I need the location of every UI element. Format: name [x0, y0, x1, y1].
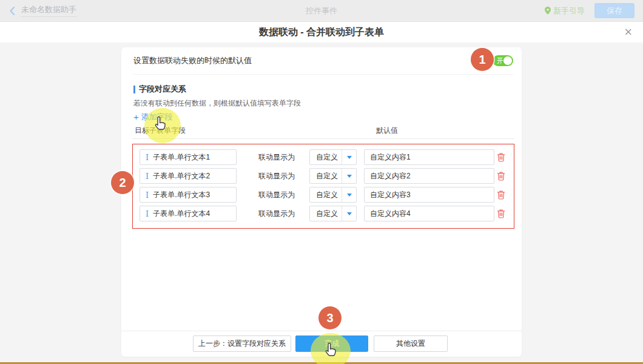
hand-cursor-icon	[323, 342, 338, 359]
dialog-header: 数据联动 - 合并联动到子表单 ×	[0, 22, 643, 42]
text-field-icon: I	[146, 190, 149, 200]
chevron-down-icon[interactable]	[342, 187, 356, 202]
app-window: 未命名数据助手 控件事件 新手引导 保存 数据联动 - 合并联动到子表单 × 设…	[0, 0, 643, 364]
mode-select[interactable]: 自定义	[309, 206, 357, 221]
mode-select[interactable]: 自定义	[309, 168, 357, 184]
step-badge-1: 1	[471, 48, 494, 71]
target-field-input[interactable]: I 子表单.单行文本2	[140, 168, 237, 184]
chevron-down-icon[interactable]	[342, 150, 356, 164]
plus-icon: +	[133, 113, 139, 121]
target-field-value: 子表单.单行文本4	[153, 209, 210, 219]
default-value-input[interactable]	[364, 149, 494, 165]
text-field-icon: I	[146, 172, 149, 181]
default-value-input[interactable]	[364, 187, 494, 203]
default-value-input[interactable]	[364, 206, 494, 221]
target-field-value: 子表单.单行文本1	[153, 152, 210, 163]
delete-icon[interactable]	[497, 171, 505, 181]
target-field-input[interactable]: I 子表单.单行文本4	[140, 206, 237, 221]
divider	[121, 331, 522, 331]
assistant-name: 未命名数据助手	[21, 4, 76, 17]
mapping-row: I 子表单.单行文本3 联动显示为 自定义	[133, 187, 514, 203]
relation-label: 联动显示为	[258, 187, 295, 203]
dialog-title: 数据联动 - 合并联动到子表单	[259, 26, 384, 39]
other-settings-button[interactable]: 其他设置	[374, 335, 448, 352]
mapping-row: I 子表单.单行文本1 联动显示为 自定义	[133, 149, 514, 165]
target-field-input[interactable]: I 子表单.单行文本3	[140, 187, 237, 203]
section-title: 字段对应关系	[133, 84, 186, 95]
guide-label: 新手引导	[553, 5, 585, 16]
delete-icon[interactable]	[497, 209, 505, 218]
target-field-input[interactable]: I 子表单.单行文本1	[140, 149, 237, 165]
guide-link[interactable]: 新手引导	[545, 5, 585, 16]
close-icon[interactable]: ×	[624, 24, 632, 40]
target-field-value: 子表单.单行文本2	[153, 171, 210, 181]
chevron-down-icon[interactable]	[342, 169, 356, 183]
section-bar-icon	[133, 86, 135, 93]
mode-select[interactable]: 自定义	[309, 149, 357, 165]
relation-label: 联动显示为	[258, 168, 295, 184]
divider	[133, 74, 513, 75]
toggle-knob	[503, 56, 512, 65]
pin-icon	[545, 7, 551, 15]
mapping-row: I 子表单.单行文本2 联动显示为 自定义	[133, 168, 514, 184]
default-value-toggle[interactable]: 开	[493, 55, 513, 66]
relation-label: 联动显示为	[258, 149, 295, 165]
delete-icon[interactable]	[497, 190, 505, 200]
column-header-default: 默认值	[376, 126, 398, 136]
default-value-setting-label: 设置数据联动失败的时候的默认值	[133, 47, 252, 74]
section-description: 若没有联动到任何数据，则根据默认值填写表单字段	[133, 98, 301, 109]
delete-icon[interactable]	[497, 152, 505, 162]
relation-label: 联动显示为	[258, 206, 295, 221]
prev-step-button[interactable]: 上一步：设置字段对应关系	[193, 335, 291, 352]
mapping-row: I 子表单.单行文本4 联动显示为 自定义	[133, 206, 514, 221]
back-icon[interactable]	[8, 5, 16, 16]
step-badge-3: 3	[318, 306, 342, 329]
default-value-input[interactable]	[364, 168, 494, 184]
target-field-value: 子表单.单行文本3	[153, 190, 210, 200]
topbar: 未命名数据助手 控件事件 新手引导 保存	[0, 0, 643, 22]
step-badge-2: 2	[111, 171, 134, 194]
text-field-icon: I	[146, 153, 149, 162]
field-mapping-group: I 子表单.单行文本1 联动显示为 自定义 I 子表单.单行文本2 联动显示为	[132, 144, 514, 229]
divider	[132, 138, 514, 139]
mode-select[interactable]: 自定义	[309, 187, 357, 203]
toggle-on-label: 开	[497, 55, 503, 66]
chevron-down-icon[interactable]	[342, 206, 356, 221]
save-button[interactable]: 保存	[594, 3, 635, 18]
hand-cursor-icon	[153, 115, 167, 132]
text-field-icon: I	[146, 209, 149, 218]
